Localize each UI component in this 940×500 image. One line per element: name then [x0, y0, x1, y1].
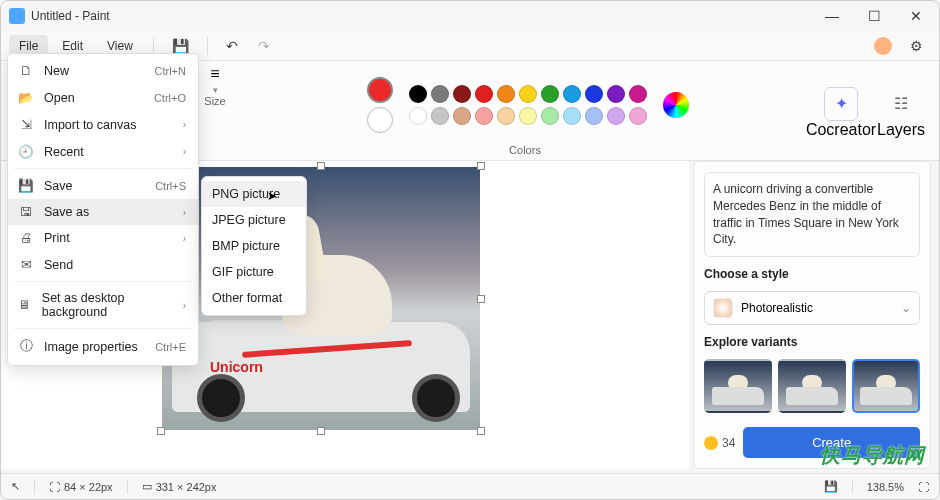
- color-swatch[interactable]: [607, 85, 625, 103]
- variant-thumbnail[interactable]: [852, 359, 920, 413]
- save-as-bmp[interactable]: BMP picture: [202, 233, 306, 259]
- variant-thumbnail[interactable]: [778, 359, 846, 413]
- color-palette: [409, 85, 647, 125]
- color-primary[interactable]: [367, 77, 393, 103]
- fit-screen-icon[interactable]: ⛶: [918, 481, 929, 493]
- chevron-right-icon: ›: [183, 119, 186, 130]
- resize-handle[interactable]: [317, 427, 325, 435]
- variant-thumbnail[interactable]: [704, 359, 772, 413]
- color-swatch[interactable]: [563, 85, 581, 103]
- menu-image-properties[interactable]: ⓘImage propertiesCtrl+E: [8, 332, 198, 361]
- color-swatch[interactable]: [585, 85, 603, 103]
- recent-icon: 🕘: [18, 144, 34, 159]
- color-swatch[interactable]: [431, 107, 449, 125]
- send-icon: ✉: [18, 257, 34, 272]
- save-as-icon: 🖫: [18, 205, 34, 219]
- close-button[interactable]: ✕: [901, 8, 931, 24]
- titlebar: Untitled - Paint — ☐ ✕: [1, 1, 939, 31]
- settings-gear-icon[interactable]: ⚙: [902, 34, 931, 58]
- menu-print[interactable]: 🖨Print›: [8, 225, 198, 251]
- resize-handle[interactable]: [477, 427, 485, 435]
- save-as-jpeg[interactable]: JPEG picture: [202, 207, 306, 233]
- color-swatch[interactable]: [585, 107, 603, 125]
- color-swatch[interactable]: [607, 107, 625, 125]
- color-swatch[interactable]: [409, 107, 427, 125]
- resize-handle[interactable]: [157, 427, 165, 435]
- colors-group: Colors: [239, 65, 811, 160]
- variants-heading: Explore variants: [704, 335, 920, 349]
- file-menu-dropdown: 🗋NewCtrl+N 📂OpenCtrl+O ⇲Import to canvas…: [7, 53, 199, 366]
- redo-icon[interactable]: ↷: [250, 34, 278, 58]
- chevron-right-icon: ›: [183, 207, 186, 218]
- menu-recent[interactable]: 🕘Recent›: [8, 138, 198, 165]
- create-button[interactable]: Create: [743, 427, 920, 458]
- crop-icon: ⛶: [49, 481, 60, 493]
- chevron-down-icon: ⌄: [901, 301, 911, 315]
- resize-handle[interactable]: [317, 162, 325, 170]
- size-label: Size: [204, 95, 225, 111]
- color-swatch[interactable]: [629, 107, 647, 125]
- color-swatch[interactable]: [563, 107, 581, 125]
- menu-save[interactable]: 💾SaveCtrl+S: [8, 172, 198, 199]
- minimize-button[interactable]: —: [817, 8, 847, 24]
- layers-icon: ☷: [894, 94, 908, 113]
- color-swatch[interactable]: [409, 85, 427, 103]
- resize-handle[interactable]: [477, 295, 485, 303]
- menu-new[interactable]: 🗋NewCtrl+N: [8, 58, 198, 84]
- save-as-gif[interactable]: GIF picture: [202, 259, 306, 285]
- print-icon: 🖨: [18, 231, 34, 245]
- menu-save-as[interactable]: 🖫Save as›: [8, 199, 198, 225]
- new-file-icon: 🗋: [18, 64, 34, 78]
- undo-icon[interactable]: ↶: [218, 34, 246, 58]
- chevron-right-icon: ›: [183, 233, 186, 244]
- cursor-icon: ↖: [11, 480, 20, 493]
- color-swatch[interactable]: [497, 85, 515, 103]
- save-as-submenu: PNG picture JPEG picture BMP picture GIF…: [201, 176, 307, 316]
- cocreator-button[interactable]: ✦ Cocreator: [811, 65, 871, 160]
- chevron-right-icon: ›: [183, 146, 186, 157]
- color-swatch[interactable]: [541, 107, 559, 125]
- style-thumb-icon: [713, 298, 733, 318]
- menu-import-to-canvas[interactable]: ⇲Import to canvas›: [8, 111, 198, 138]
- color-swatch[interactable]: [519, 85, 537, 103]
- color-swatch[interactable]: [629, 85, 647, 103]
- save-as-png[interactable]: PNG picture: [202, 181, 306, 207]
- color-swatch[interactable]: [431, 85, 449, 103]
- coin-icon: [704, 436, 718, 450]
- maximize-button[interactable]: ☐: [859, 8, 889, 24]
- chevron-right-icon: ›: [183, 300, 186, 311]
- stroke-size-icon: ≡: [210, 65, 219, 83]
- selection-icon: ▭: [142, 480, 152, 493]
- menu-set-desktop-bg[interactable]: 🖥Set as desktop background›: [8, 285, 198, 325]
- user-avatar[interactable]: [874, 37, 892, 55]
- credits-count: 34: [722, 436, 735, 450]
- layers-button[interactable]: ☷ Layers: [871, 65, 931, 160]
- disk-icon[interactable]: 💾: [824, 480, 838, 493]
- variant-grid: [704, 359, 920, 413]
- save-as-other[interactable]: Other format: [202, 285, 306, 311]
- color-secondary[interactable]: [367, 107, 393, 133]
- color-swatch[interactable]: [519, 107, 537, 125]
- menu-open[interactable]: 📂OpenCtrl+O: [8, 84, 198, 111]
- prompt-text[interactable]: A unicorn driving a convertible Mercedes…: [704, 172, 920, 257]
- color-swatch[interactable]: [475, 107, 493, 125]
- open-icon: 📂: [18, 90, 34, 105]
- canvas-drawn-text: Unicorn: [210, 359, 263, 375]
- color-swatch[interactable]: [453, 107, 471, 125]
- style-dropdown[interactable]: Photorealistic ⌄: [704, 291, 920, 325]
- zoom-value: 138.5%: [867, 481, 904, 493]
- color-swatch[interactable]: [541, 85, 559, 103]
- color-swatch[interactable]: [453, 85, 471, 103]
- save-icon: 💾: [18, 178, 34, 193]
- cocreator-label: Cocreator: [806, 121, 876, 139]
- resize-handle[interactable]: [477, 162, 485, 170]
- color-picker-icon[interactable]: [663, 92, 689, 118]
- menu-send[interactable]: ✉Send: [8, 251, 198, 278]
- style-heading: Choose a style: [704, 267, 920, 281]
- style-value: Photorealistic: [741, 301, 813, 315]
- sparkle-icon: ✦: [835, 94, 848, 113]
- statusbar: ↖ ⛶84 × 22px ▭331 × 242px 💾 138.5% ⛶: [1, 473, 939, 499]
- colors-label: Colors: [509, 144, 541, 160]
- color-swatch[interactable]: [475, 85, 493, 103]
- color-swatch[interactable]: [497, 107, 515, 125]
